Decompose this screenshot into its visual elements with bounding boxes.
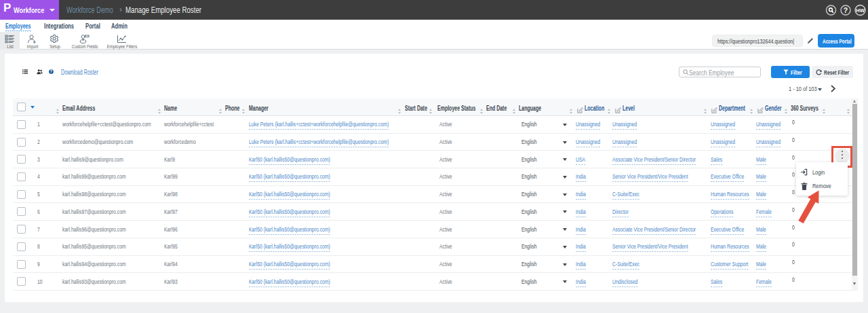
svg-text:?: ? [844, 6, 848, 14]
svg-text:?: ? [50, 69, 52, 73]
svg-text:HW: HW [856, 7, 865, 14]
